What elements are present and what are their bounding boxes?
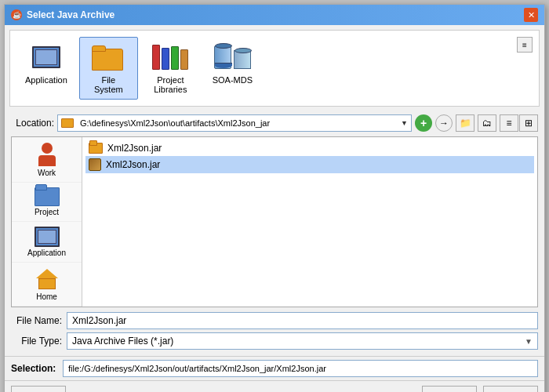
toolbar-item-soamds[interactable]: SOA-MDS: [203, 37, 262, 90]
folder-file-icon: [89, 143, 103, 154]
file-list: Xml2Json.jar Xml2Json.jar: [82, 137, 537, 307]
filename-input[interactable]: [67, 312, 538, 329]
list-view-button[interactable]: ≡: [500, 114, 518, 132]
type-toolbar: Application FileSystem Proje: [9, 30, 540, 107]
select-java-archive-dialog: ☕ Select Java Archive ✕ Application File…: [4, 4, 545, 392]
filesystem-icon: [89, 42, 127, 72]
soamds-label: SOA-MDS: [213, 75, 253, 85]
ok-cancel-buttons: OK Cancel: [422, 386, 538, 392]
title-bar: ☕ Select Java Archive ✕: [5, 5, 544, 25]
toolbar-expand-button[interactable]: ≡: [517, 37, 533, 53]
project-folder-icon: [35, 187, 60, 206]
sidebar-item-application[interactable]: Application: [12, 222, 82, 263]
sidebar-nav: Work Project Application: [12, 137, 82, 307]
work-person-icon: [36, 142, 58, 167]
nav-up-button[interactable]: 📁: [456, 114, 474, 132]
home-icon: [35, 267, 60, 291]
projectlibs-icon: [151, 42, 189, 72]
file-name-1: Xml2Json.jar: [107, 143, 162, 154]
sidebar-item-project[interactable]: Project: [12, 183, 82, 222]
help-button[interactable]: Help: [11, 386, 66, 392]
work-label: Work: [38, 169, 56, 177]
dialog-title: Select Java Archive: [27, 9, 115, 20]
bottom-fields: File Name: File Type: Java Archive Files…: [5, 309, 544, 356]
filetype-select[interactable]: Java Archive Files (*.jar) ▼: [67, 332, 538, 350]
soamds-icon: [213, 42, 251, 72]
filetype-label: File Type:: [11, 336, 62, 347]
application-label: Application: [25, 75, 67, 85]
new-folder-button[interactable]: 🗂: [478, 114, 496, 132]
toolbar-item-filesystem[interactable]: FileSystem: [79, 37, 138, 100]
title-bar-left: ☕ Select Java Archive: [11, 9, 115, 20]
toolbar-item-application[interactable]: Application: [16, 37, 76, 90]
sidebar-item-home[interactable]: Home: [12, 263, 82, 307]
application-nav-label: Application: [27, 249, 66, 257]
location-folder-icon: [61, 118, 74, 128]
table-row[interactable]: Xml2Json.jar: [85, 140, 534, 156]
project-label: Project: [35, 208, 59, 216]
filename-label: File Name:: [11, 315, 62, 326]
location-select[interactable]: G:\definesys\Xml2Json\out\artifacts\Xml2…: [57, 114, 412, 132]
application-icon: [27, 42, 65, 72]
location-dropdown-arrow: ▼: [401, 119, 408, 127]
close-button[interactable]: ✕: [524, 8, 538, 22]
ok-button[interactable]: OK: [422, 386, 477, 392]
selection-label: Selection:: [11, 363, 58, 374]
location-label: Location:: [11, 118, 54, 129]
toolbar-item-projectlibs[interactable]: ProjectLibraries: [141, 37, 200, 100]
main-area: Work Project Application: [11, 136, 538, 307]
selection-bar: Selection: file:/G:/definesys/Xml2Json/o…: [5, 356, 544, 380]
location-value: G:\definesys\Xml2Json\out\artifacts\Xml2…: [80, 118, 398, 128]
nav-forward-button[interactable]: →: [435, 114, 453, 132]
home-label: Home: [36, 292, 57, 301]
filename-row: File Name:: [11, 312, 538, 329]
selection-value: file:/G:/definesys/Xml2Json/out/artifact…: [63, 360, 538, 377]
projectlibs-label: ProjectLibraries: [154, 75, 187, 94]
dialog-icon: ☕: [11, 9, 22, 20]
application-nav-icon: [35, 227, 60, 247]
filetype-row: File Type: Java Archive Files (*.jar) ▼: [11, 332, 538, 350]
filetype-value: Java Archive Files (*.jar): [72, 336, 173, 347]
filetype-arrow: ▼: [525, 337, 533, 346]
filesystem-label: FileSystem: [94, 75, 123, 94]
button-row: Help OK Cancel: [5, 380, 544, 392]
cancel-button[interactable]: Cancel: [483, 386, 538, 392]
file-name-2: Xml2Json.jar: [106, 159, 160, 170]
location-bar: Location: G:\definesys\Xml2Json\out\arti…: [5, 111, 544, 135]
grid-view-button[interactable]: ⊞: [519, 114, 538, 132]
sidebar-item-work[interactable]: Work: [12, 137, 82, 183]
nav-back-button[interactable]: +: [415, 114, 432, 132]
jar-file-icon: [89, 158, 101, 171]
table-row[interactable]: Xml2Json.jar: [85, 156, 534, 173]
